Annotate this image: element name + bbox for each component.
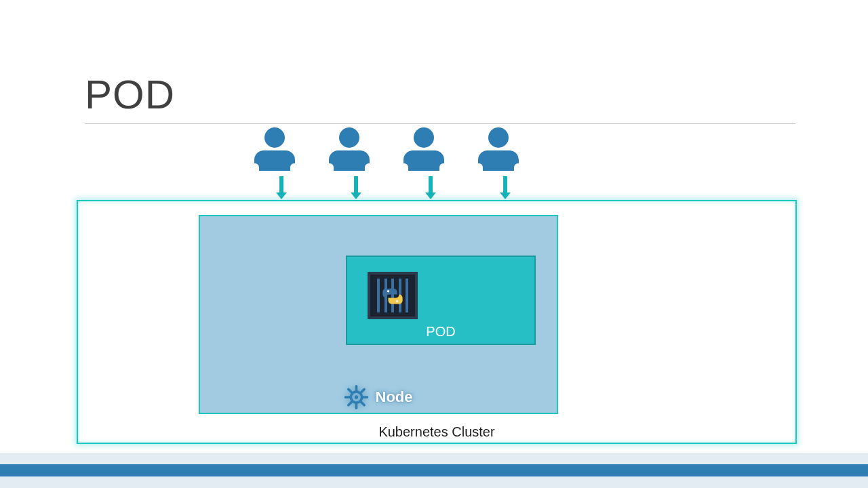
user-icon	[258, 127, 292, 171]
svg-line-10	[361, 389, 365, 392]
pod-label: POD	[426, 324, 455, 340]
python-container-icon	[368, 272, 418, 319]
svg-line-11	[349, 402, 352, 405]
down-arrow-icon	[503, 176, 507, 194]
cluster-box: POD	[77, 200, 797, 444]
node-label: Node	[376, 388, 413, 406]
down-arrow-icon	[279, 176, 283, 194]
svg-line-9	[361, 402, 365, 405]
footer-bars	[0, 453, 868, 488]
page-title: POD	[85, 71, 175, 118]
down-arrow-icon	[429, 176, 433, 194]
user-icon	[332, 127, 366, 171]
python-logo-icon	[381, 287, 404, 305]
user-icon	[407, 127, 441, 171]
title-divider	[85, 123, 795, 124]
node-box: POD	[199, 215, 558, 414]
svg-point-0	[387, 290, 389, 292]
user-icon	[481, 127, 515, 171]
pod-box: POD	[346, 256, 536, 345]
down-arrow-icon	[354, 176, 358, 194]
svg-line-8	[349, 389, 352, 392]
svg-point-1	[396, 300, 398, 302]
helm-wheel-icon	[344, 385, 369, 409]
svg-point-3	[355, 395, 358, 399]
arrows-row	[279, 176, 507, 194]
node-label-wrap: Node	[344, 385, 413, 409]
users-row	[258, 127, 515, 171]
cluster-label: Kubernetes Cluster	[378, 424, 494, 440]
